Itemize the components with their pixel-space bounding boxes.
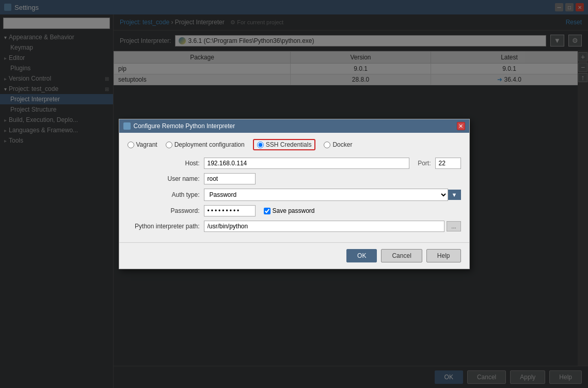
- modal-overlay: Configure Remote Python Interpreter ✕ Va…: [0, 0, 588, 388]
- radio-vagrant-input[interactable]: [128, 142, 134, 148]
- username-label: User name:: [128, 175, 200, 182]
- radio-deployment[interactable]: Deployment configuration: [166, 141, 245, 148]
- dialog-footer: OK Cancel Help: [119, 242, 469, 269]
- dialog-pycharm-icon: [123, 122, 131, 130]
- host-input[interactable]: [204, 158, 410, 169]
- dialog-close-button[interactable]: ✕: [457, 122, 465, 130]
- port-input[interactable]: [435, 158, 461, 169]
- radio-deployment-label: Deployment configuration: [174, 141, 245, 148]
- password-label: Password:: [128, 207, 200, 214]
- interpreter-path-row: Python interpreter path: ...: [128, 221, 461, 232]
- radio-docker-input[interactable]: [324, 142, 330, 148]
- dialog-ok-button[interactable]: OK: [346, 249, 377, 262]
- radio-docker[interactable]: Docker: [324, 141, 352, 148]
- save-password-container: Save password: [264, 207, 315, 214]
- radio-options-row: Vagrant Deployment configuration SSH Cre…: [128, 139, 461, 150]
- dialog-title-bar: Configure Remote Python Interpreter ✕: [119, 119, 469, 133]
- interpreter-path-label: Python interpreter path:: [128, 223, 200, 230]
- auth-type-dropdown-button[interactable]: ▼: [448, 190, 461, 200]
- dialog-help-button[interactable]: Help: [426, 249, 461, 262]
- auth-type-select[interactable]: Password Key pair: [204, 189, 448, 201]
- remote-interpreter-dialog: Configure Remote Python Interpreter ✕ Va…: [119, 119, 470, 269]
- host-label: Host:: [128, 160, 200, 167]
- path-row: ...: [204, 221, 461, 232]
- auth-type-label: Auth type:: [128, 191, 200, 198]
- dialog-title-left: Configure Remote Python Interpreter: [123, 122, 235, 130]
- radio-ssh-label: SSH Credentials: [266, 141, 312, 148]
- save-password-label[interactable]: Save password: [273, 207, 315, 214]
- radio-docker-label: Docker: [332, 141, 352, 148]
- port-label: Port:: [418, 160, 431, 167]
- browse-button[interactable]: ...: [447, 221, 460, 231]
- radio-ssh-input[interactable]: [257, 142, 264, 148]
- radio-vagrant[interactable]: Vagrant: [128, 141, 157, 148]
- auth-type-select-container: Password Key pair ▼: [204, 189, 461, 201]
- save-password-checkbox[interactable]: [264, 208, 271, 214]
- username-input[interactable]: [204, 173, 256, 184]
- auth-type-row: Auth type: Password Key pair ▼: [128, 189, 461, 201]
- dialog-body: Vagrant Deployment configuration SSH Cre…: [119, 133, 469, 242]
- radio-deployment-input[interactable]: [166, 142, 172, 148]
- interpreter-path-input[interactable]: [204, 221, 445, 232]
- dialog-title-text: Configure Remote Python Interpreter: [134, 122, 235, 130]
- dialog-cancel-button[interactable]: Cancel: [381, 249, 422, 262]
- username-row: User name:: [128, 173, 461, 184]
- radio-ssh-credentials[interactable]: SSH Credentials: [253, 139, 316, 150]
- password-input[interactable]: [204, 205, 256, 216]
- host-row: Host: Port:: [128, 158, 461, 169]
- radio-vagrant-label: Vagrant: [136, 141, 157, 148]
- password-row: Password: Save password: [128, 205, 461, 216]
